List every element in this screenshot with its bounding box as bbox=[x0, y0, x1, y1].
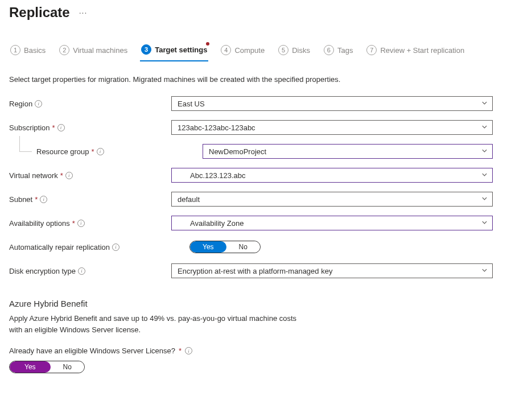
info-icon[interactable]: i bbox=[77, 220, 85, 227]
required-icon: * bbox=[35, 195, 38, 204]
vnet-label: Virtual network bbox=[9, 171, 58, 180]
select-value: Abc.123.123.abc bbox=[190, 171, 246, 180]
toggle-yes-option[interactable]: Yes bbox=[10, 361, 51, 373]
step-number-icon: 2 bbox=[59, 45, 69, 55]
license-question-label: Already have an eligible Windows Server … bbox=[9, 346, 175, 355]
required-icon: * bbox=[72, 219, 75, 228]
step-number-icon: 5 bbox=[278, 45, 288, 55]
tab-virtual-machines[interactable]: 2 Virtual machines bbox=[58, 42, 129, 61]
toggle-no-option[interactable]: No bbox=[226, 241, 260, 253]
description-text: Select target properties for migration. … bbox=[9, 75, 523, 84]
tab-target-settings[interactable]: 3 Target settings bbox=[140, 42, 208, 61]
required-icon: * bbox=[52, 123, 55, 132]
info-icon[interactable]: i bbox=[40, 196, 47, 203]
required-icon: * bbox=[60, 171, 63, 180]
region-label: Region bbox=[9, 100, 32, 108]
tab-disks[interactable]: 5 Disks bbox=[277, 42, 311, 61]
required-icon: * bbox=[92, 147, 94, 156]
toggle-no-option[interactable]: No bbox=[51, 361, 84, 373]
info-icon[interactable]: i bbox=[57, 124, 65, 131]
tab-basics[interactable]: 1 Basics bbox=[9, 42, 47, 61]
auto-repair-toggle: Yes No bbox=[189, 241, 261, 253]
step-number-icon: 1 bbox=[10, 45, 20, 55]
auto-repair-label: Automatically repair replication bbox=[9, 243, 110, 251]
info-icon[interactable]: i bbox=[112, 244, 119, 251]
step-number-icon: 7 bbox=[366, 45, 377, 55]
toggle-yes-option[interactable]: Yes bbox=[190, 241, 226, 253]
step-number-icon: 6 bbox=[324, 45, 334, 55]
tab-label: Target settings bbox=[155, 46, 207, 54]
select-value: default bbox=[178, 195, 200, 204]
required-icon: * bbox=[179, 346, 182, 355]
info-icon[interactable]: i bbox=[65, 172, 73, 179]
vnet-select[interactable]: Abc.123.123.abc bbox=[171, 168, 493, 183]
more-actions-icon[interactable]: ··· bbox=[79, 8, 88, 17]
subscription-select[interactable]: 123abc-123abc-123abc bbox=[171, 120, 493, 135]
disk-encryption-label: Disk encryption type bbox=[9, 267, 76, 275]
region-select[interactable]: East US bbox=[171, 96, 493, 111]
disk-encryption-select[interactable]: Encryption at-rest with a platform-manag… bbox=[171, 263, 493, 278]
chevron-down-icon bbox=[481, 147, 488, 156]
tab-label: Disks bbox=[292, 46, 310, 55]
license-toggle: Yes No bbox=[9, 361, 85, 373]
tab-label: Compute bbox=[234, 46, 265, 55]
select-value: Availability Zone bbox=[190, 219, 244, 228]
availability-label: Availability options bbox=[9, 219, 70, 228]
chevron-down-icon bbox=[481, 123, 488, 132]
select-value: East US bbox=[178, 100, 205, 108]
step-number-icon: 3 bbox=[141, 44, 151, 55]
availability-select[interactable]: Availability Zone bbox=[171, 216, 493, 230]
subnet-select[interactable]: default bbox=[171, 192, 493, 207]
subscription-label: Subscription bbox=[9, 123, 50, 132]
info-icon[interactable]: i bbox=[78, 267, 85, 275]
info-icon[interactable]: i bbox=[97, 148, 104, 155]
select-value: Encryption at-rest with a platform-manag… bbox=[178, 267, 332, 275]
resource-group-select[interactable]: NewDemoProject bbox=[203, 144, 493, 159]
info-icon[interactable]: i bbox=[185, 347, 192, 354]
chevron-down-icon bbox=[481, 171, 488, 180]
tree-connector-icon bbox=[19, 136, 32, 152]
error-dot-icon bbox=[206, 42, 209, 46]
tab-label: Virtual machines bbox=[73, 46, 127, 55]
hybrid-benefit-heading: Azure Hybrid Benefit bbox=[9, 299, 523, 308]
tab-compute[interactable]: 4 Compute bbox=[220, 42, 266, 61]
page-title: Replicate bbox=[9, 5, 70, 20]
tab-label: Review + Start replication bbox=[380, 46, 464, 55]
chevron-down-icon bbox=[481, 267, 488, 275]
tab-tags[interactable]: 6 Tags bbox=[323, 42, 354, 61]
chevron-down-icon bbox=[481, 100, 488, 108]
chevron-down-icon bbox=[481, 195, 488, 204]
resource-group-label: Resource group bbox=[36, 147, 89, 156]
step-number-icon: 4 bbox=[221, 45, 231, 55]
hybrid-benefit-description: Apply Azure Hybrid Benefit and save up t… bbox=[9, 313, 523, 335]
select-value: NewDemoProject bbox=[209, 147, 266, 156]
tab-label: Basics bbox=[24, 46, 46, 55]
wizard-tabs: 1 Basics 2 Virtual machines 3 Target set… bbox=[9, 42, 523, 61]
select-value: 123abc-123abc-123abc bbox=[178, 123, 255, 132]
tab-label: Tags bbox=[337, 46, 353, 55]
info-icon[interactable]: i bbox=[35, 100, 42, 108]
subnet-label: Subnet bbox=[9, 195, 32, 204]
chevron-down-icon bbox=[481, 219, 488, 228]
tab-review[interactable]: 7 Review + Start replication bbox=[365, 42, 465, 61]
